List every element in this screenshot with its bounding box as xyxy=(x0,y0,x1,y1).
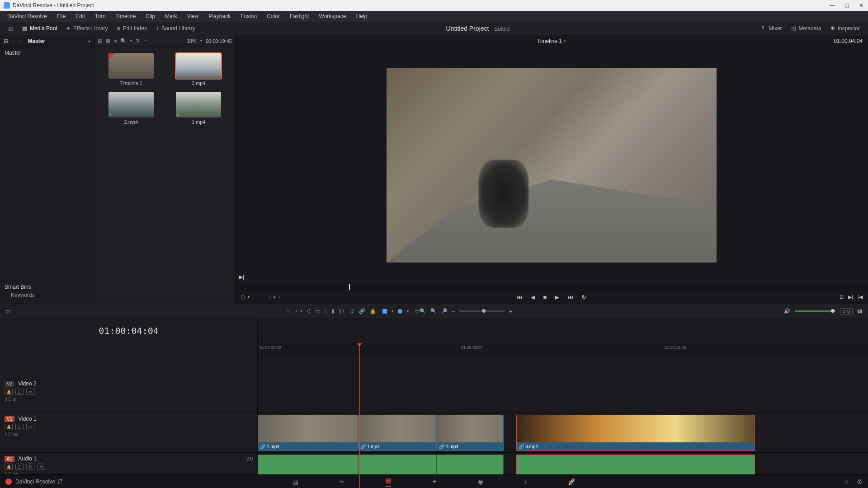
metadata-toggle[interactable]: ▤Metadata xyxy=(787,23,826,33)
disable-track-icon[interactable]: ▭ xyxy=(26,424,34,430)
snap-icon[interactable]: ⊙ xyxy=(350,308,354,314)
track-badge-v2[interactable]: V2 xyxy=(5,381,14,387)
viewer-area[interactable]: ▶| xyxy=(235,47,868,284)
sound-library-toggle[interactable]: ♪Sound Library xyxy=(151,23,200,33)
scrub-bar[interactable] xyxy=(235,284,868,290)
zoom-out-icon[interactable]: − xyxy=(452,309,455,314)
settings-icon[interactable]: ⚙ xyxy=(857,478,863,485)
marker-icon[interactable] xyxy=(398,309,402,314)
solo-button[interactable]: S xyxy=(26,464,34,470)
grid-view-icon[interactable]: ▩ xyxy=(106,38,110,44)
more-icon[interactable]: ⋯ xyxy=(143,38,148,44)
lock-track-icon[interactable]: 🔒 xyxy=(5,464,13,470)
keywords-item[interactable]: Keywords xyxy=(5,290,90,300)
edit-page-icon[interactable]: ▤ xyxy=(385,477,391,487)
stop-button[interactable]: ■ xyxy=(543,294,547,300)
dim-button[interactable]: DIM xyxy=(840,308,853,314)
viewer-timeline-name[interactable]: Timeline 1 xyxy=(537,38,562,44)
range-zoom-icon[interactable]: ▭🔍 xyxy=(415,308,426,314)
timeline-view-options-icon[interactable]: ▭ xyxy=(5,308,14,314)
auto-select-icon[interactable]: ▢ xyxy=(15,464,24,470)
media-pool-toggle[interactable]: ▦Media Pool xyxy=(18,23,61,33)
chevron-left-icon[interactable]: ‹ xyxy=(13,38,14,44)
meters-icon[interactable]: ▮▮ xyxy=(857,308,863,314)
smart-bins-label[interactable]: Smart Bins xyxy=(5,284,90,290)
timeline-tracks[interactable]: 01:00:00:00 01:00:08:00 01:00:16:00 🔗1.m… xyxy=(258,318,868,488)
media-page-icon[interactable]: ▦ xyxy=(292,478,298,485)
zoom-in-icon[interactable]: + xyxy=(509,309,512,314)
track-lane-v1[interactable]: 🔗1.mp4🔗1.mp4🔗1.mp4🔗3.mp4 xyxy=(258,413,868,453)
flag-icon[interactable] xyxy=(382,309,387,314)
detail-zoom-icon[interactable]: 🔍 xyxy=(430,308,437,314)
fusion-page-icon[interactable]: ✦ xyxy=(432,478,437,485)
auto-select-icon[interactable]: ▢ xyxy=(15,424,24,430)
match-frame-icon[interactable]: ⊡ xyxy=(840,294,844,300)
bin-dot-icon[interactable]: ● xyxy=(88,38,91,44)
menu-view[interactable]: View xyxy=(183,12,203,21)
mixer-toggle[interactable]: 🎚Mixer xyxy=(756,23,786,33)
menu-color[interactable]: Color xyxy=(262,12,284,21)
clip-thumb-1mp4[interactable]: ♪ 1.mp4 xyxy=(169,92,229,125)
scrub-marker[interactable] xyxy=(349,284,350,290)
first-frame-button[interactable]: ⏮ xyxy=(517,294,523,300)
menu-file[interactable]: File xyxy=(52,12,70,21)
next-edit-icon[interactable]: › xyxy=(278,294,280,300)
track-badge-a1[interactable]: A1 xyxy=(5,456,14,462)
crop-icon[interactable]: ▢ xyxy=(241,294,245,300)
prev-edit-icon[interactable]: ‹ xyxy=(269,294,270,300)
zoom-slider[interactable] xyxy=(459,310,505,312)
go-start-icon[interactable]: |◀ xyxy=(858,294,863,300)
deliver-page-icon[interactable]: 🚀 xyxy=(568,478,576,485)
video-clip[interactable]: 🔗1.mp4 xyxy=(258,415,358,451)
fairlight-page-icon[interactable]: ♪ xyxy=(524,478,527,485)
track-badge-v1[interactable]: V1 xyxy=(5,416,14,422)
thumb-view-icon[interactable]: ▦ xyxy=(98,38,102,44)
minimize-button[interactable]: — xyxy=(829,2,835,9)
bin-root-item[interactable]: Master xyxy=(5,50,90,56)
home-icon[interactable]: ⌂ xyxy=(845,478,849,485)
video-clip[interactable]: 🔗1.mp4 xyxy=(358,415,437,451)
timeline-ruler[interactable]: 01:00:00:00 01:00:08:00 01:00:16:00 xyxy=(258,343,868,352)
track-header-v1[interactable]: V1 Video 1 🔒 ▢ ▭ 4 Clips xyxy=(0,413,257,453)
clip-thumb-2mp4[interactable]: ♪ 2.mp4 xyxy=(101,92,161,125)
trim-tool-icon[interactable]: ⟷ xyxy=(295,308,302,314)
last-frame-button[interactable]: ⏭ xyxy=(567,294,573,300)
timeline-dropdown-icon[interactable]: ▾ xyxy=(564,39,566,43)
lock-track-icon[interactable]: 🔒 xyxy=(5,424,13,430)
play-button[interactable]: ▶ xyxy=(555,294,559,300)
video-clip[interactable]: 🔗3.mp4 xyxy=(516,415,755,451)
sort-icon[interactable]: ⇅ xyxy=(136,38,140,44)
selection-tool-icon[interactable]: ↖ xyxy=(287,308,291,314)
menu-davinci[interactable]: DaVinci Resolve xyxy=(3,12,52,21)
menu-timeline[interactable]: Timeline xyxy=(111,12,140,21)
auto-select-icon[interactable]: ▢ xyxy=(15,389,24,395)
menu-fairlight[interactable]: Fairlight xyxy=(285,12,314,21)
clip-thumb-3mp4[interactable]: 3.mp4 xyxy=(169,53,229,86)
loop-button[interactable]: ↻ xyxy=(581,294,586,300)
layout-preset-button[interactable]: ▥ xyxy=(4,23,18,33)
volume-slider[interactable] xyxy=(795,310,835,312)
menu-fusion[interactable]: Fusion xyxy=(236,12,261,21)
insert-tool-icon[interactable]: ▯ xyxy=(324,308,327,314)
menu-mark[interactable]: Mark xyxy=(160,12,182,21)
close-button[interactable]: ✕ xyxy=(858,2,864,9)
menu-trim[interactable]: Trim xyxy=(90,12,110,21)
menu-clip[interactable]: Clip xyxy=(141,12,160,21)
blade-tool-icon[interactable]: ▭ xyxy=(315,308,320,314)
menu-playback[interactable]: Playback xyxy=(204,12,235,21)
disable-track-icon[interactable]: ▭ xyxy=(26,389,34,395)
pool-zoom-pct[interactable]: 38% xyxy=(187,38,197,44)
zoom-chevron-icon[interactable]: ▾ xyxy=(200,39,202,43)
volume-icon[interactable]: 🔊 xyxy=(784,308,790,314)
link-icon[interactable]: 🔗 xyxy=(359,308,365,314)
replace-tool-icon[interactable]: ▯▯ xyxy=(339,308,344,314)
effects-library-toggle[interactable]: ✦Effects Library xyxy=(61,23,112,33)
crop-chevron-icon[interactable]: ▾ xyxy=(248,295,250,299)
lock-track-icon[interactable]: 🔒 xyxy=(5,389,13,395)
lock-icon[interactable]: 🔒 xyxy=(370,308,376,314)
track-header-v2[interactable]: V2 Video 2 🔒 ▢ ▭ 0 Clip xyxy=(0,378,257,413)
next-marker-icon[interactable]: ▶| xyxy=(239,274,244,280)
edit-index-toggle[interactable]: ≡Edit Index xyxy=(113,23,151,33)
track-lane-v2[interactable] xyxy=(258,378,868,413)
video-clip[interactable]: 🔗1.mp4 xyxy=(437,415,504,451)
